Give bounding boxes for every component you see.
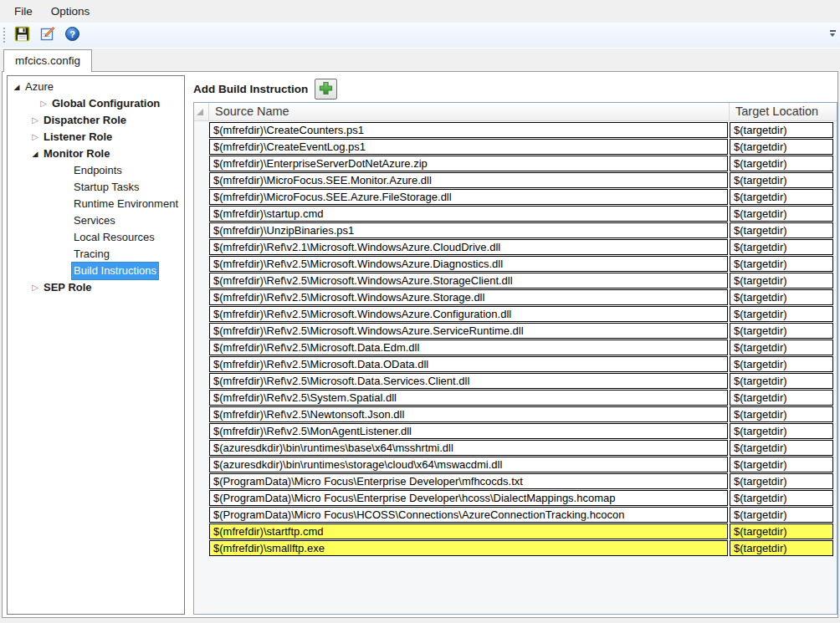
source-name-cell[interactable]: $(mfrefdir)\Ref\v2.5\Newtonsoft.Json.dll	[209, 406, 728, 422]
table-row[interactable]: $(azuresdkdir)\bin\runtimes\base\x64\mss…	[194, 440, 837, 457]
target-location-cell[interactable]: $(targetdir)	[730, 457, 833, 472]
target-location-cell[interactable]: $(targetdir)	[730, 156, 833, 171]
target-location-cell[interactable]: $(targetdir)	[730, 239, 833, 255]
source-name-cell[interactable]: $(mfrefdir)\CreateEventLog.ps1	[209, 139, 728, 155]
table-row[interactable]: $(mfrefdir)\Ref\v2.5\Microsoft.Data.Edm.…	[194, 340, 837, 356]
source-name-cell[interactable]: $(mfrefdir)\startftp.cmd	[209, 523, 728, 539]
table-row[interactable]: $(mfrefdir)\smallftp.exe $(targetdir)	[194, 540, 837, 557]
tree-item-runtime-environment[interactable]: Runtime Environment	[8, 196, 184, 212]
tree-item-services[interactable]: Services	[8, 212, 184, 229]
source-name-cell[interactable]: $(mfrefdir)\EnterpriseServerDotNetAzure.…	[209, 156, 728, 171]
table-row[interactable]: $(mfrefdir)\Ref\v2.5\Microsoft.WindowsAz…	[194, 256, 837, 273]
source-name-cell[interactable]: $(azuresdkdir)\bin\runtimes\storage\clou…	[209, 457, 728, 472]
target-location-cell[interactable]: $(targetdir)	[730, 256, 833, 272]
source-name-cell[interactable]: $(mfrefdir)\smallftp.exe	[209, 540, 728, 556]
table-row[interactable]: $(mfrefdir)\CreateEventLog.ps1 $(targetd…	[194, 139, 837, 156]
menu-options[interactable]: Options	[42, 2, 100, 21]
source-name-cell[interactable]: $(mfrefdir)\Ref\v2.5\Microsoft.WindowsAz…	[209, 323, 728, 339]
table-row[interactable]: $(mfrefdir)\CreateCounters.ps1 $(targetd…	[194, 122, 837, 139]
table-row[interactable]: $(azuresdkdir)\bin\runtimes\storage\clou…	[194, 457, 837, 473]
target-location-cell[interactable]: $(targetdir)	[730, 206, 833, 222]
source-name-cell[interactable]: $(mfrefdir)\startup.cmd	[209, 206, 728, 222]
source-name-cell[interactable]: $(ProgramData)\Micro Focus\Enterprise De…	[209, 473, 728, 489]
target-location-cell[interactable]: $(targetdir)	[730, 189, 833, 205]
tree-item-global-configuration[interactable]: ▷ Global Configuration	[8, 95, 184, 112]
target-location-cell[interactable]: $(targetdir)	[730, 540, 833, 556]
source-name-cell[interactable]: $(mfrefdir)\CreateCounters.ps1	[209, 122, 728, 138]
tree-item-local-resources[interactable]: Local Resources	[8, 229, 184, 246]
help-button[interactable]: ?	[61, 25, 83, 46]
tree-expander-icon[interactable]: ▷	[38, 95, 49, 112]
source-name-cell[interactable]: $(mfrefdir)\Ref\v2.5\Microsoft.Data.ODat…	[209, 356, 728, 372]
source-name-cell[interactable]: $(ProgramData)\Micro Focus\HCOSS\Connect…	[209, 507, 728, 523]
tree-item-tracing[interactable]: Tracing	[8, 246, 184, 263]
source-name-cell[interactable]: $(ProgramData)\Micro Focus\Enterprise De…	[209, 490, 728, 506]
tree-item-dispatcher-role[interactable]: ▷ Dispatcher Role	[8, 112, 184, 129]
tab-mfcics-config[interactable]: mfcics.config	[3, 49, 92, 72]
table-row[interactable]: $(mfrefdir)\EnterpriseServerDotNetAzure.…	[194, 156, 837, 172]
column-header-source-name[interactable]: Source Name	[209, 103, 730, 120]
tree-expander-icon[interactable]: ◢	[29, 146, 41, 162]
source-name-cell[interactable]: $(mfrefdir)\MicroFocus.SEE.Azure.FileSto…	[209, 189, 728, 205]
table-row[interactable]: $(mfrefdir)\MicroFocus.SEE.Monitor.Azure…	[194, 172, 837, 189]
source-name-cell[interactable]: $(mfrefdir)\UnzipBinaries.ps1	[209, 222, 728, 238]
tree-expander-icon[interactable]: ▷	[29, 112, 41, 129]
table-row[interactable]: $(mfrefdir)\MicroFocus.SEE.Azure.FileSto…	[194, 189, 837, 206]
source-name-cell[interactable]: $(azuresdkdir)\bin\runtimes\base\x64\mss…	[209, 440, 728, 456]
tree-expander-icon[interactable]: ▷	[29, 279, 41, 296]
edit-button[interactable]	[36, 25, 58, 46]
table-row[interactable]: $(ProgramData)\Micro Focus\Enterprise De…	[194, 490, 837, 507]
tree-item-sep-role[interactable]: ▷ SEP Role	[8, 279, 184, 296]
target-location-cell[interactable]: $(targetdir)	[730, 390, 833, 406]
target-location-cell[interactable]: $(targetdir)	[730, 406, 833, 422]
table-row[interactable]: $(mfrefdir)\Ref\v2.5\Microsoft.WindowsAz…	[194, 273, 837, 289]
tree-expander-icon[interactable]: ▷	[29, 129, 41, 146]
source-name-cell[interactable]: $(mfrefdir)\Ref\v2.5\Microsoft.WindowsAz…	[209, 306, 728, 322]
source-name-cell[interactable]: $(mfrefdir)\Ref\v2.5\Microsoft.WindowsAz…	[209, 289, 728, 305]
table-row[interactable]: $(mfrefdir)\Ref\v2.5\System.Spatial.dll …	[194, 390, 837, 406]
table-row[interactable]: $(mfrefdir)\startup.cmd $(targetdir)	[194, 206, 837, 222]
target-location-cell[interactable]: $(targetdir)	[730, 423, 833, 439]
table-row[interactable]: $(mfrefdir)\Ref\v2.1\Microsoft.WindowsAz…	[194, 239, 837, 256]
tree-item-listener-role[interactable]: ▷ Listener Role	[8, 129, 184, 146]
table-row[interactable]: $(mfrefdir)\Ref\v2.5\Microsoft.WindowsAz…	[194, 306, 837, 323]
table-row[interactable]: $(mfrefdir)\UnzipBinaries.ps1 $(targetdi…	[194, 222, 837, 239]
table-row[interactable]: $(ProgramData)\Micro Focus\HCOSS\Connect…	[194, 507, 837, 523]
target-location-cell[interactable]: $(targetdir)	[730, 323, 833, 339]
target-location-cell[interactable]: $(targetdir)	[730, 289, 833, 305]
column-header-target-location[interactable]: Target Location	[730, 103, 837, 120]
tree-item-startup-tasks[interactable]: Startup Tasks	[8, 179, 184, 196]
target-location-cell[interactable]: $(targetdir)	[730, 440, 833, 456]
table-row[interactable]: $(mfrefdir)\startftp.cmd $(targetdir)	[194, 523, 837, 540]
add-build-instruction-button[interactable]	[315, 79, 337, 100]
menu-file[interactable]: File	[5, 2, 42, 21]
toolbar-grip-icon[interactable]	[3, 28, 7, 43]
source-name-cell[interactable]: $(mfrefdir)\Ref\v2.5\Microsoft.Data.Edm.…	[209, 340, 728, 355]
table-row[interactable]: $(mfrefdir)\Ref\v2.5\Microsoft.WindowsAz…	[194, 323, 837, 340]
target-location-cell[interactable]: $(targetdir)	[730, 507, 833, 523]
tree-item-build-instructions[interactable]: Build Instructions	[8, 263, 184, 279]
table-row[interactable]: $(mfrefdir)\Ref\v2.5\Microsoft.Data.ODat…	[194, 356, 837, 373]
target-location-cell[interactable]: $(targetdir)	[730, 122, 833, 138]
source-name-cell[interactable]: $(mfrefdir)\Ref\v2.5\Microsoft.WindowsAz…	[209, 273, 728, 289]
target-location-cell[interactable]: $(targetdir)	[730, 222, 833, 238]
target-location-cell[interactable]: $(targetdir)	[730, 523, 833, 539]
table-row[interactable]: $(mfrefdir)\Ref\v2.5\Microsoft.WindowsAz…	[194, 289, 837, 306]
target-location-cell[interactable]: $(targetdir)	[730, 373, 833, 389]
target-location-cell[interactable]: $(targetdir)	[730, 340, 833, 355]
toolbar-overflow-button[interactable]	[827, 30, 837, 37]
source-name-cell[interactable]: $(mfrefdir)\Ref\v2.1\Microsoft.WindowsAz…	[209, 239, 728, 255]
tree-item-monitor-role[interactable]: ◢ Monitor Role	[8, 146, 184, 162]
target-location-cell[interactable]: $(targetdir)	[730, 306, 833, 322]
save-button[interactable]	[11, 25, 33, 46]
tree-item-azure[interactable]: ◢ Azure	[8, 79, 184, 95]
tree-expander-icon[interactable]: ◢	[11, 79, 23, 95]
select-all-corner-cell[interactable]	[194, 103, 209, 120]
target-location-cell[interactable]: $(targetdir)	[730, 490, 833, 506]
target-location-cell[interactable]: $(targetdir)	[730, 172, 833, 188]
target-location-cell[interactable]: $(targetdir)	[730, 356, 833, 372]
target-location-cell[interactable]: $(targetdir)	[730, 473, 833, 489]
table-row[interactable]: $(mfrefdir)\Ref\v2.5\MonAgentListener.dl…	[194, 423, 837, 440]
tree-item-endpoints[interactable]: Endpoints	[8, 162, 184, 179]
source-name-cell[interactable]: $(mfrefdir)\MicroFocus.SEE.Monitor.Azure…	[209, 172, 728, 188]
